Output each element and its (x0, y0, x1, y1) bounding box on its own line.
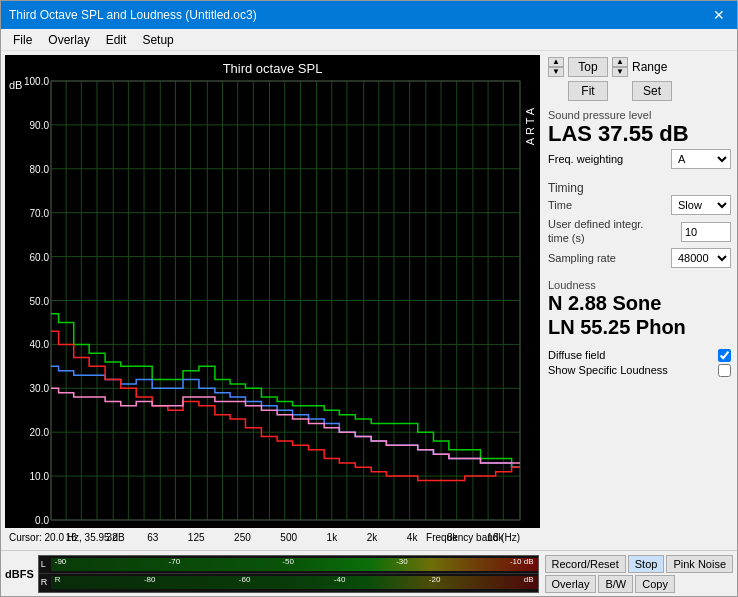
bottom-bar: dBFS L -90 -70 -50 -30 -10 dB R R (1, 550, 737, 596)
show-specific-label: Show Specific Loudness (548, 364, 668, 376)
sampling-label: Sampling rate (548, 252, 616, 264)
l-tick-70: -70 (169, 557, 181, 566)
bw-button[interactable]: B/W (598, 575, 633, 593)
time-select[interactable]: Slow Fast Impulse (671, 195, 731, 215)
diffuse-field-checkbox[interactable] (718, 349, 731, 362)
freq-weighting-select[interactable]: A B C Z (671, 149, 731, 169)
user-integr-row: User defined integr. time (s) (548, 218, 731, 244)
loudness-header: Loudness (548, 279, 731, 291)
sampling-row: Sampling rate 48000 44100 96000 (548, 248, 731, 268)
r-label: R (41, 577, 48, 587)
range-spin-down[interactable]: ▼ (612, 67, 628, 77)
x-label-500: 500 (280, 532, 297, 543)
loudness-section: Loudness N 2.88 Sone LN 55.25 Phon (548, 279, 731, 339)
l-tick-90: -90 (55, 557, 67, 566)
diffuse-field-row: Diffuse field (548, 349, 731, 362)
level-meter: L -90 -70 -50 -30 -10 dB R R -80 -60 (38, 555, 539, 593)
diffuse-field-label: Diffuse field (548, 349, 605, 361)
chart-title: Third octave SPL (5, 61, 540, 76)
main-window: Third Octave SPL and Loudness (Untitled.… (0, 0, 738, 597)
dbfs-label: dBFS (5, 568, 34, 580)
freq-weighting-label: Freq. weighting (548, 153, 623, 165)
l-tick-10: -10 dB (510, 557, 534, 566)
x-label-125: 125 (188, 532, 205, 543)
x-label-2k: 2k (367, 532, 378, 543)
x-label-4k: 4k (407, 532, 418, 543)
show-specific-checkbox[interactable] (718, 364, 731, 377)
time-row: Time Slow Fast Impulse (548, 195, 731, 215)
user-integr-input[interactable] (681, 222, 731, 242)
x-label-1k: 1k (327, 532, 338, 543)
top-spin: ▲ ▼ (548, 57, 564, 77)
loudness-n-value: N 2.88 Sone (548, 291, 731, 315)
l-channel-row: L -90 -70 -50 -30 -10 dB (39, 556, 538, 573)
overlay-button[interactable]: Overlay (545, 575, 597, 593)
chart-container: Third octave SPL dB ARTA (5, 55, 540, 528)
l-tick-labels: -90 -70 -50 -30 -10 dB (51, 557, 538, 566)
spl-section: Sound pressure level LAS 37.55 dB Freq. … (548, 109, 731, 169)
checkbox-section: Diffuse field Show Specific Loudness (548, 347, 731, 377)
menu-edit[interactable]: Edit (98, 31, 135, 49)
l-tick-30: -30 (396, 557, 408, 566)
sampling-select[interactable]: 48000 44100 96000 (671, 248, 731, 268)
r-channel-row: R R -80 -60 -40 -20 dB (39, 573, 538, 590)
action-buttons: Record/Reset Stop Pink Noise Overlay B/W… (545, 555, 733, 593)
r-tick-r: R (55, 575, 61, 584)
range-label: Range (632, 60, 667, 74)
spl-section-label: Sound pressure level (548, 109, 731, 121)
record-reset-button[interactable]: Record/Reset (545, 555, 626, 573)
chart-x-axis: Cursor: 20.0 Hz, 35.95 dB 16 32 63 125 2… (5, 528, 540, 546)
l-tick-50: -50 (282, 557, 294, 566)
top-spin-down[interactable]: ▼ (548, 67, 564, 77)
top-controls: ▲ ▼ Top ▲ ▼ Range (548, 57, 731, 77)
timing-section: Timing Time Slow Fast Impulse User defin… (548, 177, 731, 270)
fit-button[interactable]: Fit (568, 81, 608, 101)
action-row-2: Overlay B/W Copy (545, 575, 733, 593)
r-tick-60: -60 (239, 575, 251, 584)
loudness-ln-value: LN 55.25 Phon (548, 315, 731, 339)
right-panel: ▲ ▼ Top ▲ ▼ Range Fit Set Sound pressure… (542, 51, 737, 550)
copy-button[interactable]: Copy (635, 575, 675, 593)
window-title: Third Octave SPL and Loudness (Untitled.… (9, 8, 257, 22)
top-button[interactable]: Top (568, 57, 608, 77)
menu-setup[interactable]: Setup (134, 31, 181, 49)
x-label-250: 250 (234, 532, 251, 543)
r-tick-db: dB (524, 575, 534, 584)
content-area: Third octave SPL dB ARTA Cursor: 20.0 Hz… (1, 51, 737, 550)
menu-file[interactable]: File (5, 31, 40, 49)
arta-label: ARTA (524, 105, 536, 145)
l-label: L (41, 559, 46, 569)
r-tick-80: -80 (144, 575, 156, 584)
fit-controls: Fit Set (548, 81, 731, 101)
x-label-63: 63 (147, 532, 158, 543)
range-spin-up[interactable]: ▲ (612, 57, 628, 67)
action-row-1: Record/Reset Stop Pink Noise (545, 555, 733, 573)
timing-header: Timing (548, 181, 731, 195)
r-tick-labels: R -80 -60 -40 -20 dB (51, 575, 538, 584)
close-button[interactable]: ✕ (709, 5, 729, 25)
chart-canvas (5, 55, 540, 528)
pink-noise-button[interactable]: Pink Noise (666, 555, 733, 573)
cursor-info: Cursor: 20.0 Hz, 35.95 dB (9, 532, 125, 543)
user-integr-label: User defined integr. time (s) (548, 218, 648, 244)
r-tick-20: -20 (429, 575, 441, 584)
range-spin: ▲ ▼ (612, 57, 628, 77)
time-label: Time (548, 199, 572, 211)
title-bar: Third Octave SPL and Loudness (Untitled.… (1, 1, 737, 29)
show-specific-row: Show Specific Loudness (548, 364, 731, 377)
r-tick-40: -40 (334, 575, 346, 584)
top-spin-up[interactable]: ▲ (548, 57, 564, 67)
freq-weighting-row: Freq. weighting A B C Z (548, 149, 731, 169)
spl-value: LAS 37.55 dB (548, 121, 731, 147)
menu-overlay[interactable]: Overlay (40, 31, 97, 49)
chart-wrapper: Third octave SPL dB ARTA Cursor: 20.0 Hz… (5, 55, 540, 546)
freq-band-label: Frequency band (Hz) (426, 532, 520, 543)
menu-bar: File Overlay Edit Setup (1, 29, 737, 51)
stop-button[interactable]: Stop (628, 555, 665, 573)
set-button[interactable]: Set (632, 81, 672, 101)
